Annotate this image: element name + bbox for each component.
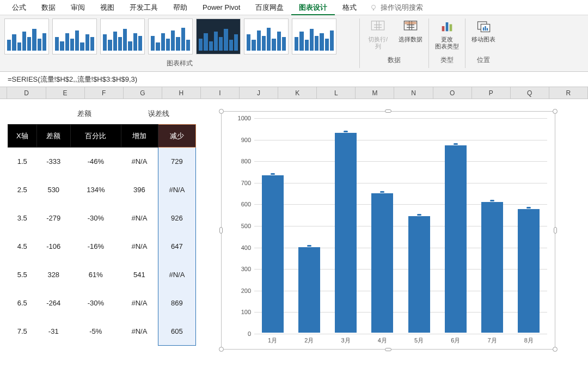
table-cell[interactable]: 926 <box>158 204 195 232</box>
ribbon-tab-8[interactable]: 图表设计 <box>291 0 335 15</box>
table-cell[interactable]: 7.5 <box>8 317 37 346</box>
ribbon-tab-1[interactable]: 数据 <box>34 0 63 15</box>
ribbon-tab-3[interactable]: 视图 <box>93 0 122 15</box>
tell-me[interactable]: 操作说明搜索 <box>370 3 423 13</box>
table-row: 7.5-31-5%#N/A605 <box>8 317 196 346</box>
col-header[interactable]: J <box>240 87 278 99</box>
chart-style-thumb[interactable] <box>244 19 289 54</box>
y-tick-label: 200 <box>232 287 251 294</box>
resize-handle[interactable] <box>219 227 223 234</box>
bar[interactable] <box>298 247 320 333</box>
table-cell[interactable]: -264 <box>36 289 71 317</box>
table-cell[interactable]: 541 <box>121 261 158 289</box>
chart-style-thumb[interactable] <box>196 19 241 54</box>
col-header[interactable]: D <box>7 87 46 99</box>
col-header[interactable]: K <box>278 87 317 99</box>
table-cell[interactable]: 6.5 <box>8 289 37 317</box>
resize-handle[interactable] <box>554 227 557 234</box>
bar[interactable] <box>408 216 430 333</box>
table-cell[interactable]: #N/A <box>121 289 158 317</box>
ribbon-tab-7[interactable]: 百度网盘 <box>248 0 291 15</box>
col-header[interactable]: Q <box>511 87 549 99</box>
table-cell[interactable]: 729 <box>158 148 195 176</box>
table-cell[interactable]: 61% <box>71 261 121 289</box>
table-cell[interactable]: 2.5 <box>8 176 37 204</box>
table-cell[interactable]: 530 <box>36 176 71 204</box>
table-cell[interactable]: #N/A <box>121 317 158 346</box>
change-chart-type-button[interactable]: 更改 图表类型 <box>434 19 460 50</box>
resize-handle[interactable] <box>553 109 558 114</box>
table-cell[interactable]: -333 <box>36 148 71 176</box>
table-cell[interactable]: -30% <box>71 289 121 317</box>
ribbon-tab-5[interactable]: 帮助 <box>166 0 195 15</box>
col-header[interactable]: O <box>433 87 472 99</box>
table-cell[interactable]: #N/A <box>158 261 195 289</box>
resize-handle[interactable] <box>219 347 224 352</box>
resize-handle[interactable] <box>385 109 391 113</box>
table-cell[interactable]: 134% <box>71 176 121 204</box>
table-cell[interactable]: 1.5 <box>8 148 37 176</box>
bar[interactable] <box>481 202 503 333</box>
move-chart-icon <box>476 19 491 34</box>
col-header[interactable]: M <box>356 87 394 99</box>
ribbon-tab-4[interactable]: 开发工具 <box>122 0 166 15</box>
col-header[interactable]: R <box>549 87 588 99</box>
sheet-area[interactable]: 差额 误差线 X轴差额百分比增加减少1.5-333-46%#N/A7292.55… <box>0 99 588 392</box>
table-cell[interactable]: #N/A <box>121 204 158 232</box>
move-chart-button[interactable]: 移动图表 <box>471 19 496 43</box>
col-header[interactable]: H <box>162 87 201 99</box>
x-tick-label: 5月 <box>414 336 424 345</box>
embedded-chart[interactable]: 01002003004005006007008009001000 1月2月3月4… <box>221 111 555 350</box>
chart-style-thumb[interactable] <box>100 19 145 54</box>
col-header[interactable]: E <box>46 87 85 99</box>
table-cell[interactable]: -16% <box>71 232 121 261</box>
table-cell[interactable]: 869 <box>158 289 195 317</box>
bar[interactable] <box>371 193 393 333</box>
table-cell[interactable]: -30% <box>71 204 121 232</box>
switch-row-col-button[interactable]: 切换行/列 <box>365 19 390 50</box>
ribbon-tab-2[interactable]: 审阅 <box>63 0 93 15</box>
x-tick-label: 1月 <box>268 336 277 345</box>
table-cell[interactable]: -46% <box>71 148 121 176</box>
chart-style-thumb[interactable] <box>148 19 193 54</box>
table-cell[interactable]: -279 <box>36 204 71 232</box>
ribbon-tab-6[interactable]: Power Pivot <box>195 0 248 15</box>
bar[interactable] <box>335 133 357 333</box>
chart-style-thumb[interactable] <box>52 19 97 54</box>
table-cell[interactable]: 396 <box>121 176 158 204</box>
bar[interactable] <box>445 145 467 333</box>
col-header[interactable]: P <box>472 87 511 99</box>
resize-handle[interactable] <box>219 109 224 114</box>
svg-rect-6 <box>450 24 452 32</box>
ribbon-tab-0[interactable]: 公式 <box>4 0 34 15</box>
col-header[interactable]: I <box>201 87 240 99</box>
table-cell[interactable]: #N/A <box>121 232 158 261</box>
table-cell[interactable]: -106 <box>36 232 71 261</box>
select-data-button[interactable]: 选择数据 <box>398 19 423 43</box>
col-header[interactable]: N <box>394 87 433 99</box>
table-cell[interactable]: 647 <box>158 232 195 261</box>
table-cell[interactable]: 328 <box>36 261 71 289</box>
chart-style-thumb[interactable] <box>4 19 49 54</box>
table-cell[interactable]: 4.5 <box>8 232 37 261</box>
chart-style-thumb[interactable] <box>292 19 336 54</box>
col-header[interactable]: G <box>124 87 162 99</box>
ribbon-tab-9[interactable]: 格式 <box>335 0 364 15</box>
col-header[interactable]: F <box>85 87 124 99</box>
table-cell[interactable]: 5.5 <box>8 261 37 289</box>
y-tick-label: 300 <box>232 266 251 272</box>
chart-styles-group: 图表样式 <box>0 15 359 71</box>
table-cell[interactable]: #N/A <box>158 176 195 204</box>
table-cell[interactable]: 3.5 <box>8 204 37 232</box>
table-cell[interactable]: -31 <box>36 317 71 346</box>
table-cell[interactable]: -5% <box>71 317 121 346</box>
formula-bar[interactable]: =SERIES(流量!$H$2,,流量!$H$3:$H$9,3) <box>0 72 588 87</box>
bar[interactable] <box>262 175 284 333</box>
table-cell[interactable]: #N/A <box>121 148 158 176</box>
table-cell[interactable]: 605 <box>158 317 195 346</box>
bar[interactable] <box>518 209 540 333</box>
resize-handle[interactable] <box>553 347 558 352</box>
col-header[interactable]: L <box>317 87 356 99</box>
table-row: 4.5-106-16%#N/A647 <box>8 232 196 261</box>
resize-handle[interactable] <box>385 348 391 351</box>
